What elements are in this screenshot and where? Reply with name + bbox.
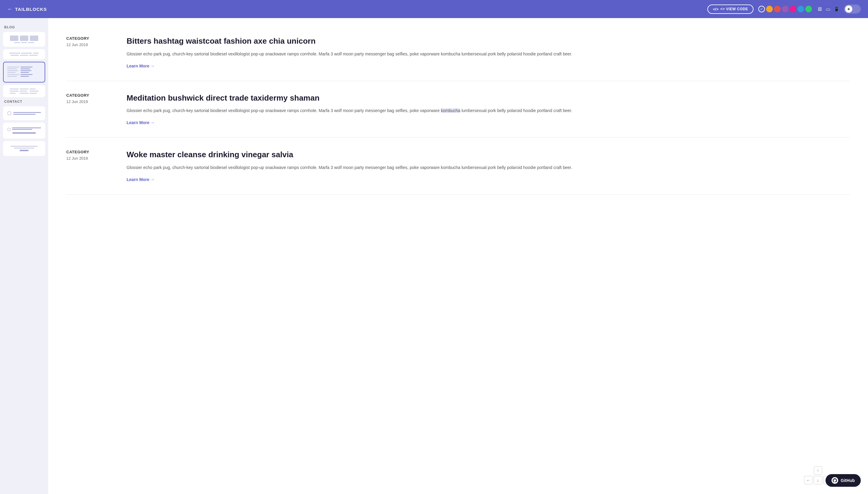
main-layout: BLOG (0, 18, 868, 494)
blog-entry-1: CATEGORY 12 Jun 2019 Bitters hashtag wai… (66, 30, 850, 81)
header-left: ← TAILBLOCKS (7, 6, 47, 12)
sidebar-contact-label: CONTACT (3, 100, 45, 103)
swatch-orange[interactable] (766, 6, 773, 12)
entry-2-body: Meditation bushwick direct trade taxider… (127, 93, 850, 126)
header: ← TAILBLOCKS </> <> VIEW CODE ✓ 🖥 ▭ 📱 ☀ (0, 0, 868, 18)
color-swatches: ✓ (758, 6, 812, 12)
nav-up-arrow[interactable]: ↑ (814, 466, 822, 475)
github-label: GitHub (841, 478, 855, 483)
swatch-pink[interactable] (790, 6, 796, 12)
entry-2-excerpt: Glossier echo park pug, church-key sarto… (127, 107, 850, 114)
entry-1-body: Bitters hashtag waistcoat fashion axe ch… (127, 36, 850, 69)
entry-1-learn-more[interactable]: Learn More → (127, 63, 154, 69)
entry-2-excerpt-before: Glossier echo park pug, church-key sarto… (127, 108, 441, 113)
entry-1-excerpt: Glossier echo park pug, church-key sarto… (127, 51, 850, 58)
entry-2-title: Meditation bushwick direct trade taxider… (127, 93, 850, 103)
entry-1-date: 12 Jun 2019 (66, 42, 114, 47)
nav-left-arrow[interactable]: ← (804, 476, 813, 484)
entry-3-learn-more[interactable]: Learn More → (127, 177, 154, 182)
entry-2-date: 12 Jun 2019 (66, 99, 114, 104)
sidebar-blog-label: BLOG (3, 25, 45, 29)
entry-2-highlight: kombucha (441, 108, 461, 113)
sidebar-item-3[interactable] (3, 62, 45, 82)
entry-3-excerpt: Glossier echo park pug, church-key sarto… (127, 164, 850, 171)
entry-2-category: CATEGORY (66, 93, 114, 98)
entry-3-meta: CATEGORY 12 Jun 2019 (66, 150, 114, 182)
swatch-green[interactable] (805, 6, 812, 12)
nav-down-arrow[interactable]: ↓ (814, 476, 822, 484)
entry-2-excerpt-after: lumbersexual pork belly polaroid hoodie … (460, 108, 572, 113)
desktop-icon[interactable]: 🖥 (817, 6, 822, 12)
blog-entry-2: CATEGORY 12 Jun 2019 Meditation bushwick… (66, 81, 850, 138)
sidebar-contact-2[interactable] (3, 122, 45, 138)
entry-3-body: Woke master cleanse drinking vinegar sal… (127, 150, 850, 182)
swatch-purple[interactable] (782, 6, 789, 12)
sidebar: BLOG (0, 18, 48, 494)
github-icon (832, 477, 838, 484)
sidebar-item-2[interactable] (3, 49, 45, 59)
entry-1-category: CATEGORY (66, 36, 114, 41)
sidebar-item-4[interactable] (3, 85, 45, 97)
view-code-label: <> VIEW CODE (720, 7, 748, 11)
view-code-button[interactable]: </> <> VIEW CODE (707, 4, 754, 14)
swatch-check[interactable]: ✓ (758, 6, 765, 12)
github-button[interactable]: GitHub (826, 474, 861, 487)
blog-entry-3: CATEGORY 12 Jun 2019 Woke master cleanse… (66, 138, 850, 195)
header-right: </> <> VIEW CODE ✓ 🖥 ▭ 📱 ☀ (707, 4, 861, 14)
mobile-icon[interactable]: 📱 (834, 7, 839, 12)
app-title: TAILBLOCKS (15, 7, 47, 12)
sidebar-contact-1[interactable] (3, 106, 45, 120)
swatch-blue[interactable] (797, 6, 804, 12)
theme-toggle[interactable]: ☀ (844, 4, 861, 14)
entry-3-category: CATEGORY (66, 150, 114, 154)
entry-3-title: Woke master cleanse drinking vinegar sal… (127, 150, 850, 160)
entry-2-meta: CATEGORY 12 Jun 2019 (66, 93, 114, 126)
swatch-red[interactable] (774, 6, 781, 12)
entry-2-learn-more[interactable]: Learn More → (127, 120, 154, 125)
content-area: CATEGORY 12 Jun 2019 Bitters hashtag wai… (48, 18, 868, 494)
entry-1-title: Bitters hashtag waistcoat fashion axe ch… (127, 36, 850, 46)
code-icon: </> (713, 7, 719, 12)
device-icons: 🖥 ▭ 📱 (817, 6, 839, 12)
theme-knob: ☀ (845, 5, 852, 13)
entry-3-date: 12 Jun 2019 (66, 156, 114, 160)
sidebar-contact-3[interactable] (3, 141, 45, 156)
tablet-icon[interactable]: ▭ (826, 6, 830, 12)
entry-1-meta: CATEGORY 12 Jun 2019 (66, 36, 114, 69)
back-button[interactable]: ← (7, 6, 13, 12)
sidebar-item-1[interactable] (3, 32, 45, 47)
